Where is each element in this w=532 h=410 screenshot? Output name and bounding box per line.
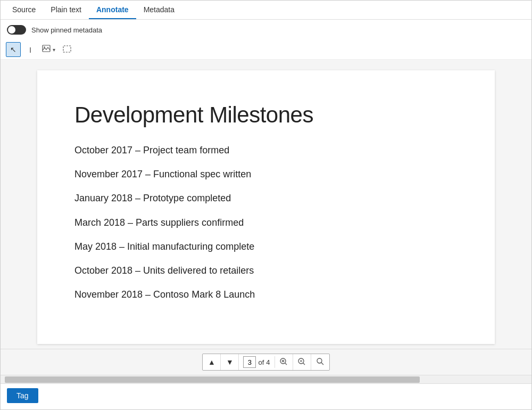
zoom-in-button[interactable] <box>275 354 293 370</box>
svg-line-8 <box>303 363 305 365</box>
svg-point-9 <box>317 358 322 363</box>
list-item: November 2017 – Functional spec written <box>74 168 452 181</box>
text-icon: I <box>29 45 31 54</box>
toggle-label: Show pinned metadata <box>31 26 102 34</box>
svg-rect-2 <box>63 46 71 52</box>
document-title: Development Milestones <box>74 102 452 128</box>
list-item: March 2018 – Parts suppliers confirmed <box>74 216 452 229</box>
pagination-controls: ▲ ▼ of 4 <box>202 354 329 371</box>
tab-metadata[interactable]: Metadata <box>136 1 182 19</box>
list-item: October 2017 – Project team formed <box>74 144 452 157</box>
list-item: May 2018 – Initial manufacturing complet… <box>74 240 452 253</box>
show-pinned-toggle[interactable] <box>7 25 26 35</box>
svg-line-10 <box>321 363 323 365</box>
list-item: October 2018 – Units delivered to retail… <box>74 264 452 277</box>
scroll-thumb <box>5 376 420 383</box>
image-icon <box>42 45 52 55</box>
footer-bar: Tag <box>1 383 531 407</box>
page-of-label: of <box>258 358 264 366</box>
text-tool-button[interactable]: I <box>23 42 38 57</box>
tab-bar: Source Plain text Annotate Metadata <box>1 1 531 20</box>
annotation-toolbar: ↖ I ▾ <box>1 40 531 60</box>
svg-point-1 <box>44 46 45 47</box>
list-item: January 2018 – Prototype completed <box>74 192 452 205</box>
tab-plaintext[interactable]: Plain text <box>43 1 89 19</box>
box-tool-button[interactable] <box>60 42 74 57</box>
zoom-fit-icon <box>297 357 306 367</box>
search-icon <box>316 357 325 367</box>
total-pages-label: 4 <box>266 358 270 366</box>
zoom-in-icon <box>279 357 288 367</box>
tab-source[interactable]: Source <box>5 1 43 19</box>
page-input-group: of 4 <box>239 356 275 368</box>
select-tool-button[interactable]: ↖ <box>6 42 21 57</box>
tag-button[interactable]: Tag <box>7 388 38 403</box>
toggle-row: Show pinned metadata <box>1 20 531 40</box>
search-button[interactable] <box>311 354 329 370</box>
dropdown-chevron-icon: ▾ <box>53 47 55 53</box>
prev-page-up-button[interactable]: ▲ <box>203 354 221 370</box>
cursor-icon: ↖ <box>10 45 16 54</box>
horizontal-scrollbar[interactable] <box>1 375 531 383</box>
prev-page-down-button[interactable]: ▼ <box>221 354 239 370</box>
svg-line-6 <box>285 363 287 365</box>
pagination-bar: ▲ ▼ of 4 <box>1 349 531 375</box>
image-tool-dropdown[interactable]: ▾ <box>40 42 57 57</box>
document-page: Development Milestones October 2017 – Pr… <box>37 70 495 344</box>
tab-annotate[interactable]: Annotate <box>89 1 136 19</box>
page-number-input[interactable] <box>243 356 256 368</box>
zoom-fit-button[interactable] <box>293 354 311 370</box>
document-viewer[interactable]: Development Milestones October 2017 – Pr… <box>1 60 531 349</box>
list-item: November 2018 – Contoso Mark 8 Launch <box>74 288 452 301</box>
box-icon <box>62 45 72 55</box>
